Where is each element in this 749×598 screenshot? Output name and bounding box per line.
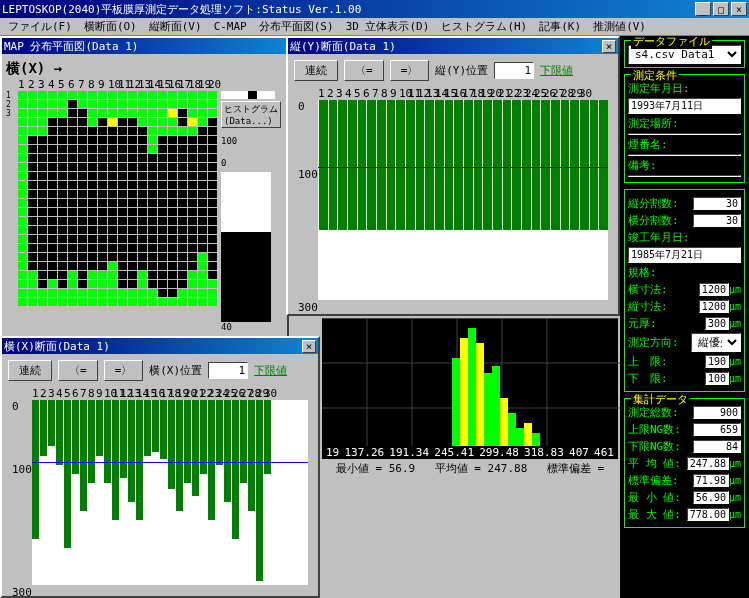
svg-rect-12 — [484, 373, 492, 446]
tate-next-button[interactable]: =〉 — [390, 60, 430, 81]
menu-guess[interactable]: 推測値(V) — [589, 19, 650, 34]
tate-prev-button[interactable]: 〈= — [344, 60, 384, 81]
hist-panel: 19137.26191.34245.41299.48318.83407461 最… — [320, 316, 620, 476]
cond-box-title: 測定条件 — [631, 68, 679, 83]
stats-box-title: 集計データ — [631, 392, 690, 407]
yoko-panel: 横(X)断面(Data 1)× 連続 〈= =〉 横(X)位置 下限値 1234… — [0, 336, 320, 598]
minimize-button[interactable]: _ — [695, 2, 711, 16]
hist-chart — [322, 318, 622, 446]
tate-cont-button[interactable]: 連続 — [294, 60, 338, 81]
svg-rect-18 — [532, 433, 540, 446]
map-grid — [18, 91, 217, 360]
yoko-chart — [32, 400, 308, 585]
yoko-cont-button[interactable]: 連続 — [8, 360, 52, 381]
yoko-title: 横(X)断面(Data 1) — [4, 339, 302, 354]
menu-file[interactable]: ファイル(F) — [4, 19, 76, 34]
yoko-limit-label: 下限値 — [254, 363, 287, 378]
hist-xticks: 19137.26191.34245.41299.48318.83407461 — [322, 446, 618, 459]
yoko-pos-label: 横(X)位置 — [149, 363, 202, 378]
map-xticks: 1234567891011121314151617181920 — [18, 78, 217, 91]
map-legend-btn[interactable]: ヒストグラム(Data...) — [221, 101, 281, 128]
menu-cmap[interactable]: C-MAP — [210, 20, 251, 33]
yoko-prev-button[interactable]: 〈= — [58, 360, 98, 381]
app-title: LEPTOSKOP(2040)平板膜厚測定データ処理ソフト:Status Ver… — [2, 2, 695, 17]
svg-rect-14 — [500, 398, 508, 446]
tate-pos-input[interactable] — [494, 62, 534, 79]
menu-3d[interactable]: 3D 立体表示(D) — [342, 19, 434, 34]
yoko-pos-input[interactable] — [208, 362, 248, 379]
maximize-button[interactable]: □ — [713, 2, 729, 16]
tate-xticks: 1234567891011121314151617181920212223242… — [318, 87, 608, 100]
yoko-next-button[interactable]: =〉 — [104, 360, 144, 381]
menu-hist[interactable]: ヒストグラム(H) — [437, 19, 531, 34]
menu-yoko[interactable]: 横断面(O) — [80, 19, 141, 34]
svg-rect-10 — [468, 328, 476, 446]
tate-close-icon[interactable]: × — [602, 40, 616, 53]
dir-select[interactable]: 縦優先 — [691, 333, 741, 352]
menubar: ファイル(F) 横断面(O) 縦断面(V) C-MAP 分布平面図(S) 3D … — [0, 18, 749, 36]
titlebar: LEPTOSKOP(2040)平板膜厚測定データ処理ソフト:Status Ver… — [0, 0, 749, 18]
yoko-xticks: 1234567891011121314151617181920212223242… — [32, 387, 308, 400]
close-button[interactable]: × — [731, 2, 747, 16]
right-panel: データファイル s4.csv Data1 測定条件 測定年月日: 1993年7月… — [620, 36, 749, 598]
map-axis-label: 横(X) → — [6, 60, 283, 78]
map-title: MAP 分布平面図(Data 1) — [4, 39, 285, 54]
file-box-title: データファイル — [631, 36, 712, 49]
svg-rect-13 — [492, 366, 500, 446]
tate-pos-label: 縦(Y)位置 — [435, 63, 488, 78]
menu-tate[interactable]: 縦断面(V) — [145, 19, 206, 34]
menu-article[interactable]: 記事(K) — [535, 19, 585, 34]
tate-chart — [318, 100, 608, 300]
tate-limit-label: 下限値 — [540, 63, 573, 78]
svg-rect-11 — [476, 343, 484, 446]
tate-panel: 縦(Y)断面(Data 1)× 連続 〈= =〉 縦(Y)位置 下限値 1234… — [286, 36, 620, 316]
map-panel: MAP 分布平面図(Data 1) 横(X) → 123456789101112… — [0, 36, 289, 346]
yoko-close-icon[interactable]: × — [302, 340, 316, 353]
tate-title: 縦(Y)断面(Data 1) — [290, 39, 602, 54]
svg-rect-17 — [524, 423, 532, 446]
svg-rect-8 — [452, 358, 460, 446]
svg-rect-15 — [508, 413, 516, 446]
svg-rect-9 — [460, 338, 468, 446]
svg-rect-16 — [516, 428, 524, 446]
menu-dist[interactable]: 分布平面図(S) — [255, 19, 338, 34]
